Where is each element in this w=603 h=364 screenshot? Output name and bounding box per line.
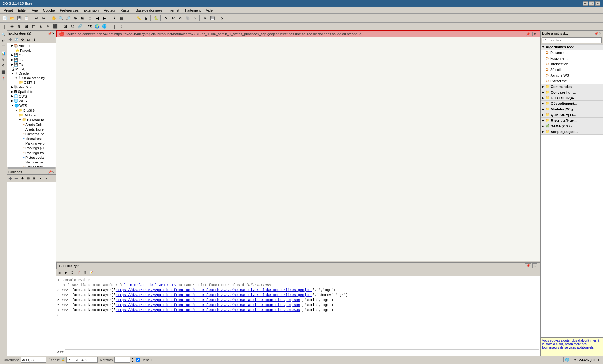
zoom-in-button[interactable]: 🔍 xyxy=(57,15,64,22)
print-button[interactable]: 🖨 xyxy=(143,15,149,22)
identify-button[interactable]: ℹ xyxy=(111,15,118,22)
tree-item-parkings-pu[interactable]: ╌Parkings pu xyxy=(22,146,56,150)
open-project-button[interactable]: 📂 xyxy=(8,15,15,22)
deselect-button[interactable]: ☐ xyxy=(125,15,132,22)
tree-item-itineraires[interactable]: ╌Itineraires c xyxy=(22,136,56,141)
toolbox-group-rscripts[interactable]: ▶ 📁 R scripts[0 gé... xyxy=(541,118,603,123)
tree-item-brugis[interactable]: ▼📁BruGIS xyxy=(14,108,56,113)
add-wms-button[interactable]: W xyxy=(177,15,184,22)
digitize-btn-2[interactable]: ✚ xyxy=(8,23,15,30)
status-scale-input[interactable] xyxy=(66,357,98,363)
toolbox-group-quickosm[interactable]: ▶ 📁 QuickOSM[11... xyxy=(541,112,603,118)
menu-projet[interactable]: Projet xyxy=(1,8,15,13)
left-icon-5[interactable]: ✎ xyxy=(1,57,6,62)
close-button[interactable]: ✕ xyxy=(595,1,600,6)
undo-button[interactable]: ↩ xyxy=(33,15,40,22)
save-edits-button[interactable]: 💾 xyxy=(209,15,216,22)
console-url-5[interactable]: https://d2ad6b4ur7yvpq.cloudfront.net/na… xyxy=(116,308,300,312)
add-spatialite-button[interactable]: S xyxy=(192,15,198,22)
tree-item-d[interactable]: ▶💾D:/ xyxy=(11,57,56,62)
explorer-filter-btn[interactable]: ⚙ xyxy=(19,37,25,42)
add-vector-layer-button[interactable]: V xyxy=(163,15,170,22)
osm-btn-3[interactable]: 🌐 xyxy=(101,23,108,30)
layers-collapse-btn[interactable]: ⊟ xyxy=(25,175,31,181)
plugin-btn[interactable]: | xyxy=(111,23,118,30)
tree-item-postgis[interactable]: ▶🐘PostGIS xyxy=(11,85,56,89)
tree-item-oracle[interactable]: ▼🗄Oracle xyxy=(11,71,56,76)
zoom-next-button[interactable]: ▶ xyxy=(101,15,108,22)
tree-item-bdenvi[interactable]: 📁Bd Envi xyxy=(18,113,56,117)
zoom-selection-button[interactable]: ⊡ xyxy=(86,15,93,22)
snap-btn-2[interactable]: ⬡ xyxy=(69,23,76,30)
left-icon-8[interactable]: 📍 xyxy=(1,76,6,81)
layers-add-btn[interactable]: ➕ xyxy=(8,175,13,181)
toolbox-group-commandes[interactable]: ▶ 📁 Commandes ... xyxy=(541,84,603,89)
save-project-button[interactable]: 💾 xyxy=(16,15,23,22)
digitize-btn-5[interactable]: ◻ xyxy=(30,23,37,30)
toolbox-item-selection[interactable]: ⚙ Sélection ... xyxy=(541,67,603,72)
left-icon-3[interactable]: ☰ xyxy=(1,44,6,50)
python-console-button[interactable]: 🐍 xyxy=(153,15,160,22)
pan-button[interactable]: ✋ xyxy=(50,15,57,22)
menu-couche[interactable]: Couche xyxy=(41,8,57,13)
console-input[interactable] xyxy=(65,349,539,355)
console-url-1[interactable]: https://d2ad6b4ur7yvpq.cloudfront.net/na… xyxy=(116,288,312,292)
tree-item-e[interactable]: ▶💾E:/ xyxy=(11,62,56,67)
console-close-icon[interactable]: ✕ xyxy=(532,263,537,268)
toolbox-group-concave[interactable]: ▶ 📁 Concave hull ... xyxy=(541,89,603,95)
select-button[interactable]: ▦ xyxy=(118,15,125,22)
console-url-2[interactable]: https://d2ad6b4ur7yvpq.cloudfront.net/na… xyxy=(116,293,312,297)
menu-editer[interactable]: Éditer xyxy=(15,8,30,13)
tree-item-arrets-colle[interactable]: ╌Arrets Colle xyxy=(22,122,56,127)
menu-extension[interactable]: Extension xyxy=(81,8,101,13)
toolbox-item-intersection[interactable]: ⚙ Intersection xyxy=(541,61,603,67)
field-calculator-button[interactable]: ∑ xyxy=(219,15,226,22)
tree-item-08standby[interactable]: ▼🗄08 de stand by xyxy=(14,76,56,80)
toolbox-item-jointure[interactable]: ⚙ Jointure WS xyxy=(541,72,603,78)
toggle-editing-button[interactable]: ✏ xyxy=(202,15,209,22)
digitize-btn-6[interactable]: ☯ xyxy=(37,23,44,30)
tree-item-bdmobilite[interactable]: ▼📁Bd Mobilité xyxy=(18,117,56,122)
status-scale-lock[interactable]: 🔒 xyxy=(61,358,65,361)
digitize-btn-4[interactable]: ⊞ xyxy=(23,23,30,30)
add-postgis-button[interactable]: 🐘 xyxy=(184,15,191,22)
left-icon-7[interactable]: ⬛ xyxy=(1,69,6,75)
console-clear-btn[interactable]: 🗑 xyxy=(57,270,62,275)
console-help-btn[interactable]: ❓ xyxy=(76,270,81,275)
status-coord-input[interactable] xyxy=(21,357,46,363)
menu-traitement[interactable]: Traitement xyxy=(182,8,203,13)
explorer-add-btn[interactable]: ➕ xyxy=(8,37,13,42)
zoom-full-button[interactable]: ⊕ xyxy=(72,15,79,22)
menu-vecteur[interactable]: Vecteur xyxy=(101,8,118,13)
save-as-button[interactable]: 📋 xyxy=(23,15,30,22)
redo-button[interactable]: ↪ xyxy=(40,15,47,22)
snap-btn[interactable]: ⊡ xyxy=(62,23,69,30)
console-url-3[interactable]: https://d2ad6b4ur7yvpq.cloudfront.net/na… xyxy=(116,298,300,302)
console-url-4[interactable]: https://d2ad6b4ur7yvpq.cloudfront.net/na… xyxy=(116,303,300,307)
toolbox-item-extract[interactable]: ⚙ Extract the... xyxy=(541,78,603,84)
measure-button[interactable]: 📏 xyxy=(135,15,142,22)
add-raster-layer-button[interactable]: R xyxy=(170,15,177,22)
tree-item-osiris[interactable]: 📁OSIRIS xyxy=(18,80,56,85)
tree-item-parking-velo[interactable]: ╌Parking velo xyxy=(22,141,56,146)
zoom-out-button[interactable]: 🔎 xyxy=(65,15,72,22)
toolbox-recent-group[interactable]: ▼ Algorithmes réce... xyxy=(541,45,603,50)
plugin-btn-2[interactable]: ↕ xyxy=(118,23,125,30)
digitize-btn-3[interactable]: ⊕ xyxy=(16,23,23,30)
layers-remove-btn[interactable]: ➖ xyxy=(14,175,19,181)
toolbox-group-goal[interactable]: ▶ 📁 GOAL/OGR[47... xyxy=(541,95,603,101)
console-open-editor-btn[interactable]: 📝 xyxy=(88,270,94,275)
new-project-button[interactable]: 📄 xyxy=(1,15,8,22)
menu-internet[interactable]: Internet xyxy=(165,8,182,13)
console-link[interactable]: l'interface de l'API QGIS xyxy=(124,283,176,287)
console-history-btn[interactable]: ⏱ xyxy=(69,270,75,275)
openstreetmap-btn[interactable]: 🗺 xyxy=(86,23,93,30)
tree-item-spatialite[interactable]: ▶🗄SpatiaLite xyxy=(11,89,56,94)
console-run-btn[interactable]: ▶ xyxy=(63,270,69,275)
layers-expand-btn[interactable]: ⊞ xyxy=(31,175,37,181)
left-icon-4[interactable]: 📊 xyxy=(1,51,6,56)
tree-item-accueil[interactable]: ▶🏠Accueil xyxy=(11,43,56,48)
toolbox-item-fusionner[interactable]: ⚙ Fusionner ... xyxy=(541,56,603,61)
layers-filter-btn[interactable]: ⚙ xyxy=(19,175,25,181)
status-crs-item[interactable]: 🌐 EPSG:4326 (OTF) xyxy=(563,357,600,362)
